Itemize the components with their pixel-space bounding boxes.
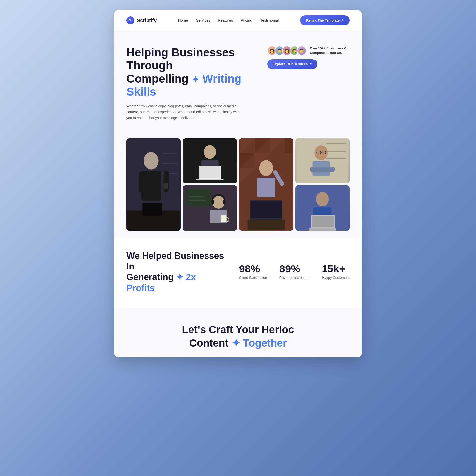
svg-point-53: [316, 192, 329, 206]
hero-section: Helping Businesses Through Compelling ✦ …: [114, 31, 362, 131]
stats-section: We Helped Businesses In Generating ✦ 2x …: [114, 238, 362, 308]
bottom-title-line1: Let's Craft Your Herioc: [182, 324, 294, 335]
svg-rect-26: [257, 178, 275, 197]
brand-icon: ✎: [126, 16, 134, 24]
stat-value-3: 15k+: [322, 264, 350, 274]
hero-title-plain: Compelling: [126, 72, 188, 85]
stat-label-1: Client Satisfaction: [239, 276, 267, 280]
svg-rect-41: [310, 167, 335, 172]
image-4: [295, 138, 350, 183]
brand-logo[interactable]: ✎ Scriptify: [126, 16, 157, 24]
image-6: [295, 185, 350, 231]
svg-rect-5: [141, 171, 161, 201]
nav-testimonial[interactable]: Testimonial: [260, 18, 279, 22]
remix-template-button[interactable]: Remix The Template ↗: [300, 15, 350, 25]
svg-rect-51: [221, 215, 227, 222]
image-2: [183, 138, 237, 183]
image-grid: [126, 138, 350, 231]
stat-value-2: 89%: [279, 264, 309, 274]
stats-title-line1: We Helped Businesses In: [126, 251, 224, 271]
svg-rect-56: [312, 216, 334, 227]
page-wrapper: ✎ Scriptify Home Services Features Prici…: [114, 10, 362, 357]
stats-title: We Helped Businesses In Generating ✦ 2x …: [126, 250, 224, 293]
image-grid-section: [114, 131, 362, 238]
explore-services-button[interactable]: Explore Our Services ↗: [267, 59, 317, 69]
brand-name: Scriptify: [137, 18, 157, 23]
svg-rect-6: [139, 172, 144, 192]
hero-top: Helping Businesses Through Compelling ✦ …: [126, 46, 350, 121]
image-3: [239, 138, 293, 231]
hero-right: 👩 👨 👩 👩 👨 Over 15k+ Customers & Companie…: [267, 46, 350, 69]
stats-title-plain: Generating: [126, 272, 174, 282]
hero-text: Helping Businesses Through Compelling ✦ …: [126, 46, 257, 121]
svg-rect-8: [164, 183, 168, 189]
stat-customers: 15k+ Happy Customers: [322, 264, 350, 280]
stats-right: 98% Client Satisfaction 89% Revenue Incr…: [239, 264, 350, 280]
bottom-section: Let's Craft Your Herioc Content ✦ Togeth…: [114, 308, 362, 357]
bottom-title-plain: Content: [189, 337, 229, 349]
svg-rect-33: [326, 143, 346, 144]
svg-rect-32: [297, 138, 349, 183]
svg-rect-29: [251, 201, 282, 218]
svg-rect-49: [223, 200, 226, 204]
svg-rect-35: [326, 158, 346, 159]
explore-label: Explore Our Services ↗: [273, 62, 312, 66]
svg-point-4: [144, 152, 158, 169]
nav-features[interactable]: Features: [218, 18, 233, 22]
svg-marker-22: [285, 138, 292, 153]
hero-sparkle: ✦: [192, 74, 199, 85]
svg-rect-57: [309, 228, 336, 231]
bottom-title: Let's Craft Your Herioc Content ✦ Togeth…: [126, 323, 350, 350]
hero-title-line1: Helping Businesses Through: [126, 46, 235, 72]
bottom-highlight: Together: [243, 337, 287, 349]
stat-value-1: 98%: [239, 264, 267, 274]
svg-rect-15: [199, 166, 221, 178]
navbar: ✎ Scriptify Home Services Features Prici…: [114, 10, 362, 31]
svg-point-12: [204, 145, 216, 159]
svg-rect-10: [142, 203, 162, 215]
stats-left: We Helped Businesses In Generating ✦ 2x …: [126, 250, 224, 293]
stat-label-3: Happy Customers: [322, 276, 350, 280]
svg-point-47: [213, 196, 225, 209]
svg-rect-16: [196, 178, 224, 180]
svg-rect-1: [162, 153, 177, 154]
svg-point-25: [259, 160, 273, 176]
image-1: [126, 138, 181, 231]
avatar-5: 👨: [297, 46, 306, 55]
nav-pricing[interactable]: Pricing: [241, 18, 252, 22]
remix-label: Remix The Template ↗: [306, 18, 344, 22]
trust-text: Over 15k+ Customers & Companies Trust Us…: [310, 46, 350, 55]
svg-rect-48: [212, 200, 214, 204]
stat-client-satisfaction: 98% Client Satisfaction: [239, 264, 267, 280]
svg-rect-2: [162, 163, 177, 164]
svg-rect-43: [186, 189, 211, 207]
trust-row: 👩 👨 👩 👩 👨 Over 15k+ Customers & Companie…: [267, 46, 350, 55]
avatars-group: 👩 👨 👩 👩 👨: [267, 46, 306, 55]
nav-services[interactable]: Services: [196, 18, 210, 22]
hero-title: Helping Businesses Through Compelling ✦ …: [126, 46, 257, 98]
nav-home[interactable]: Home: [178, 18, 188, 22]
stat-label-2: Revenue Increased: [279, 276, 309, 280]
hero-description: Whether it's website copy, blog posts, e…: [126, 103, 245, 121]
nav-links: Home Services Features Pricing Testimoni…: [178, 18, 279, 23]
stats-sparkle: ✦: [176, 272, 183, 282]
svg-rect-34: [326, 151, 346, 152]
image-5: [183, 185, 237, 231]
bottom-sparkle: ✦: [232, 337, 240, 349]
stat-revenue: 89% Revenue Increased: [279, 264, 309, 280]
svg-rect-31: [248, 220, 285, 230]
